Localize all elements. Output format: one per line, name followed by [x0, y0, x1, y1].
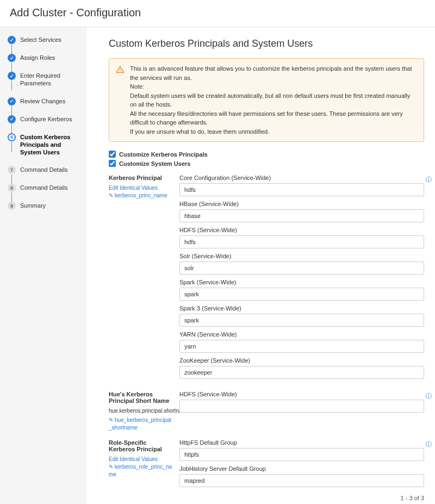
config-field-group: HBase (Service-Wide)	[179, 201, 424, 222]
wizard-step-1[interactable]: Assign Roles	[8, 54, 83, 62]
config-property-title: Hue's Kerberos Principal Short Name	[109, 391, 174, 404]
customize-principals-label: Customize Kerberos Principals	[119, 151, 208, 158]
info-icon[interactable]: ⓘ	[426, 176, 432, 184]
wizard-step-label: Command Details	[20, 166, 67, 173]
config-field-label: JobHistory Server Default Group	[179, 465, 424, 472]
check-icon	[8, 115, 16, 123]
customize-principals-checkbox[interactable]	[109, 151, 116, 158]
config-field-label: HttpFS Default Group	[179, 439, 424, 446]
edit-icon: ✎	[109, 464, 113, 470]
svg-point-1	[120, 71, 120, 72]
config-section: Role-Specific Kerberos PrincipalEdit Ide…	[109, 439, 424, 491]
wizard-step-label: Summary	[20, 202, 46, 209]
wizard-step-4[interactable]: Configure Kerberos	[8, 115, 83, 123]
edit-identical-values-link[interactable]: Edit Identical Values	[109, 184, 174, 192]
wizard-step-label: Review Changes	[20, 97, 65, 105]
check-icon	[8, 97, 16, 105]
config-field-label: YARN (Service-Wide)	[179, 331, 424, 338]
config-field-label: Spark (Service-Wide)	[179, 279, 424, 285]
warning-icon	[116, 65, 125, 74]
config-field-group: Solr (Service-Wide)	[179, 253, 424, 275]
page-header: Add Cluster - Configuration	[0, 0, 435, 27]
step-number-icon: 8	[8, 184, 16, 192]
config-field-label: HDFS (Service-Wide)	[179, 227, 424, 233]
config-field-input[interactable]	[179, 235, 424, 248]
config-field-input[interactable]	[179, 262, 424, 275]
page-title: Add Cluster - Configuration	[10, 7, 425, 19]
config-field-group: JobHistory Server Default Group	[179, 465, 424, 487]
config-field-group: HttpFS Default Group	[179, 439, 424, 461]
property-key-link[interactable]: ✎kerberos_princ_name	[109, 192, 174, 200]
main-content: Custom Kerberos Principals and System Us…	[87, 27, 435, 504]
config-field-label: HDFS (Service-Wide)	[179, 391, 424, 397]
config-field-group: Core Configuration (Service-Wide)	[179, 175, 424, 196]
wizard-step-5[interactable]: 6Custom Kerberos Principals and System U…	[8, 133, 83, 157]
config-field-label: HBase (Service-Wide)	[179, 201, 424, 207]
customize-users-checkbox[interactable]	[109, 160, 116, 167]
pager-text: 1 - 3 of 3	[109, 495, 424, 501]
config-field-input[interactable]	[179, 288, 424, 301]
wizard-step-6[interactable]: 7Command Details	[8, 166, 83, 174]
wizard-step-label: Enter Required Parameters	[20, 72, 83, 88]
wizard-step-label: Command Details	[20, 184, 67, 191]
config-section: Hue's Kerberos Principal Short Namehue.k…	[109, 391, 424, 432]
config-field-input[interactable]	[179, 314, 424, 327]
wizard-step-label: Custom Kerberos Principals and System Us…	[20, 133, 83, 157]
config-field-group: HDFS (Service-Wide)	[179, 391, 424, 413]
check-icon	[8, 36, 16, 44]
config-field-group: Spark (Service-Wide)	[179, 279, 424, 301]
config-field-input[interactable]	[179, 183, 424, 196]
edit-identical-values-link[interactable]: Edit Identical Values	[109, 456, 174, 463]
wizard-step-2[interactable]: Enter Required Parameters	[8, 72, 83, 88]
edit-icon: ✎	[109, 192, 113, 198]
config-field-label: Core Configuration (Service-Wide)	[179, 175, 424, 181]
wizard-step-label: Assign Roles	[20, 54, 55, 61]
section-title: Custom Kerberos Principals and System Us…	[109, 38, 424, 49]
config-field-label: Solr (Service-Wide)	[179, 253, 424, 259]
config-field-input[interactable]	[179, 340, 424, 353]
alert-text: This is an advanced feature that allows …	[130, 64, 417, 136]
config-property-subtitle: hue.kerberos.principal.shortname	[109, 407, 174, 414]
check-icon	[8, 54, 16, 62]
wizard-step-0[interactable]: Select Services	[8, 36, 83, 44]
config-field-label: Spark 3 (Service-Wide)	[179, 305, 424, 312]
config-section: Kerberos PrincipalEdit Identical Values✎…	[109, 175, 424, 383]
config-field-group: YARN (Service-Wide)	[179, 331, 424, 353]
step-number-icon: 7	[8, 166, 16, 174]
info-icon[interactable]: ⓘ	[426, 440, 432, 449]
config-property-title: Kerberos Principal	[109, 175, 174, 181]
config-field-group: HDFS (Service-Wide)	[179, 227, 424, 248]
wizard-step-label: Configure Kerberos	[20, 115, 72, 123]
config-field-input[interactable]	[179, 209, 424, 222]
config-field-label: ZooKeeper (Service-Wide)	[179, 357, 424, 364]
step-number-icon: 6	[8, 133, 16, 141]
edit-icon: ✎	[109, 417, 113, 423]
customize-principals-row[interactable]: Customize Kerberos Principals	[109, 151, 424, 158]
config-field-group: ZooKeeper (Service-Wide)	[179, 357, 424, 379]
config-property-title: Role-Specific Kerberos Principal	[109, 439, 174, 452]
wizard-step-8[interactable]: 9Summary	[8, 202, 83, 210]
config-field-input[interactable]	[179, 474, 424, 487]
config-field-input[interactable]	[179, 448, 424, 461]
info-icon[interactable]: ⓘ	[426, 392, 432, 400]
config-field-group: Spark 3 (Service-Wide)	[179, 305, 424, 327]
step-number-icon: 9	[8, 202, 16, 210]
wizard-step-3[interactable]: Review Changes	[8, 97, 83, 105]
check-icon	[8, 72, 16, 80]
customize-users-row[interactable]: Customize System Users	[109, 160, 424, 167]
config-field-input[interactable]	[179, 366, 424, 379]
property-key-link[interactable]: ✎hue_kerberos_principal_shortname	[109, 416, 174, 432]
wizard-step-label: Select Services	[20, 36, 61, 43]
warning-alert: This is an advanced feature that allows …	[109, 58, 424, 142]
property-key-link[interactable]: ✎kerberos_role_princ_name	[109, 463, 174, 478]
wizard-sidebar: Select ServicesAssign RolesEnter Require…	[0, 27, 87, 504]
wizard-step-7[interactable]: 8Command Details	[8, 184, 83, 192]
customize-users-label: Customize System Users	[119, 160, 190, 167]
config-field-input[interactable]	[179, 400, 424, 413]
